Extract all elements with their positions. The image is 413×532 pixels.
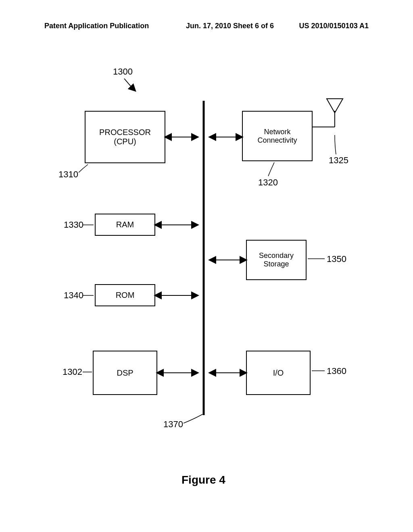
ref-io: 1360 (327, 366, 346, 376)
ref-rom: 1340 (64, 290, 83, 301)
ref-ram: 1330 (64, 220, 83, 230)
leader-bus (184, 414, 202, 423)
antenna-icon (313, 99, 343, 127)
block-rom-label: ROM (116, 291, 135, 300)
ref-cpu: 1310 (58, 169, 78, 180)
ref-antenna: 1325 (329, 155, 348, 166)
ref-net: 1320 (258, 177, 278, 188)
block-io-label: I/O (273, 368, 284, 378)
block-cpu: PROCESSOR (CPU) (85, 111, 165, 163)
figure-caption: Figure 4 (181, 474, 225, 486)
leader-system (124, 79, 135, 91)
leader-antenna (335, 135, 336, 154)
block-network: Network Connectivity (242, 111, 313, 161)
ref-bus: 1370 (163, 419, 183, 430)
block-ram-label: RAM (116, 220, 134, 229)
block-network-label: Network Connectivity (257, 128, 297, 145)
figure-4: PROCESSOR (CPU) Network Connectivity RAM… (0, 0, 413, 532)
block-dsp-label: DSP (117, 368, 133, 378)
diagram-lines (0, 0, 413, 532)
ref-system: 1300 (113, 66, 133, 77)
ref-dsp: 1302 (63, 367, 82, 377)
block-storage-label: Secondary Storage (259, 251, 294, 268)
block-rom: ROM (95, 284, 155, 306)
block-cpu-label: PROCESSOR (CPU) (99, 128, 151, 146)
ref-storage: 1350 (327, 254, 346, 264)
block-storage: Secondary Storage (246, 240, 307, 280)
block-dsp: DSP (93, 351, 157, 395)
block-ram: RAM (95, 214, 155, 236)
block-io: I/O (246, 351, 311, 395)
leader-cpu (79, 164, 88, 172)
leader-net (268, 162, 274, 176)
